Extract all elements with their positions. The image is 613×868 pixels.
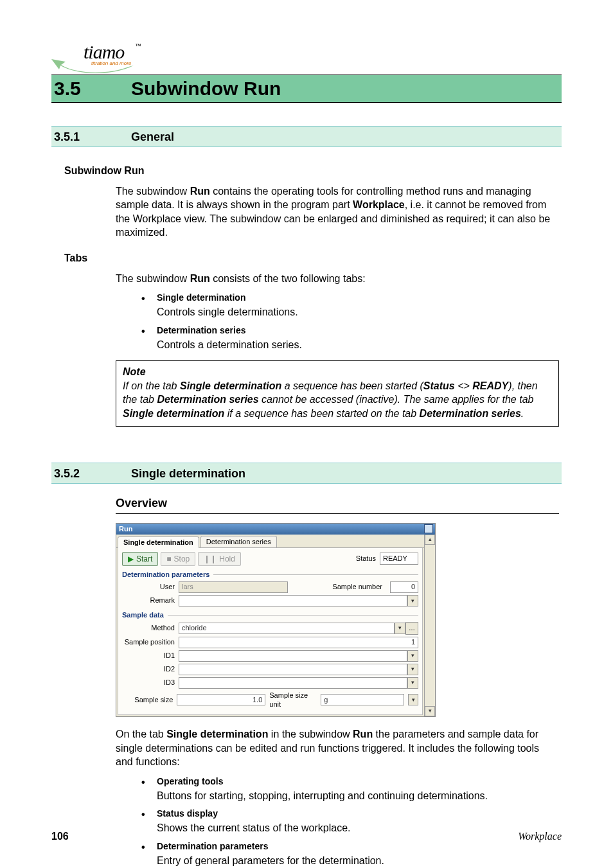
tab-single-determination[interactable]: Single determination — [118, 536, 199, 548]
dropdown-arrow-icon[interactable]: ▾ — [407, 650, 418, 662]
chapter-heading: 3.5 Subwindow Run — [51, 75, 562, 103]
overview-bullet-list: • Operating tools Buttons for starting, … — [141, 775, 559, 867]
section-heading-general: 3.5.1 General — [51, 126, 562, 147]
workplace-bold: Workplace — [353, 199, 405, 210]
pause-icon: ❙❙ — [204, 554, 217, 564]
window-titlebar: Run — [116, 524, 435, 535]
dropdown-arrow-icon[interactable]: ▾ — [395, 623, 405, 634]
run-bold: Run — [190, 273, 210, 284]
document-page: tiamo ™ titration and more 3.5 Subwindow… — [0, 0, 613, 868]
text: consists of the two following tabs: — [210, 273, 366, 284]
sample-size-unit-field[interactable]: g — [321, 694, 404, 705]
section-number: 3.5.2 — [51, 467, 131, 481]
sample-number-field[interactable]: 0 — [390, 581, 418, 593]
group-sample-data: Sample data — [122, 610, 418, 620]
dropdown-arrow-icon[interactable]: ▾ — [408, 694, 418, 705]
user-field: lars — [179, 581, 288, 593]
stop-button-label: Stop — [174, 554, 190, 564]
bullet-title: Determination series — [157, 324, 559, 337]
footer-workplace: Workplace — [518, 831, 562, 842]
sample-size-label: Sample size — [122, 695, 177, 705]
section-title: General — [131, 130, 174, 144]
heading-tabs: Tabs — [64, 251, 559, 265]
group-determination-parameters: Determination parameters — [122, 570, 418, 580]
bullet-item: • Operating tools Buttons for starting, … — [141, 775, 559, 802]
section-title: Single determination — [131, 467, 245, 481]
method-label: Method — [122, 623, 179, 633]
id3-label: ID3 — [122, 678, 179, 687]
logo-subtitle: titration and more — [91, 60, 131, 66]
tabs-bar: Single determination Determination serie… — [116, 535, 424, 548]
paragraph: The subwindow Run consists of the two fo… — [116, 272, 559, 286]
tabs-bullet-list: • Single determination Controls single d… — [141, 292, 559, 351]
brand-logo: tiamo ™ titration and more — [51, 39, 141, 71]
chapter-title: Subwindow Run — [131, 78, 281, 100]
bullet-desc: Controls a determination series. — [157, 338, 559, 352]
logo-text: tiamo — [84, 41, 124, 63]
sample-position-field[interactable]: 1 — [179, 637, 418, 648]
stop-icon: ■ — [166, 554, 171, 564]
chapter-number: 3.5 — [51, 78, 131, 100]
section1-content: Subwindow Run The subwindow Run contains… — [116, 164, 559, 427]
id3-field[interactable] — [179, 677, 407, 689]
scroll-down-icon[interactable]: ▾ — [425, 706, 435, 716]
bullet-mark: • — [141, 775, 157, 802]
bullet-title: Single determination — [157, 292, 559, 304]
paragraph: On the tab Single determination in the s… — [116, 727, 559, 769]
note-body: If on the tab Single determination a seq… — [123, 379, 552, 421]
run-bold: Run — [190, 186, 210, 197]
start-button-label: Start — [136, 554, 152, 564]
bullet-desc: Buttons for starting, stopping, interrup… — [157, 789, 559, 803]
id2-field[interactable] — [179, 664, 407, 675]
sample-size-unit-label: Sample size unit — [269, 691, 317, 710]
bullet-item: • Determination series Controls a determ… — [141, 324, 559, 351]
id1-field[interactable] — [179, 650, 407, 662]
id1-label: ID1 — [122, 651, 179, 660]
scroll-up-icon[interactable]: ▴ — [425, 535, 435, 545]
bullet-item: • Single determination Controls single d… — [141, 292, 559, 319]
id2-label: ID2 — [122, 664, 179, 674]
text: The subwindow — [116, 186, 190, 197]
bullet-mark: • — [141, 324, 157, 351]
run-window: Run Single determination Determination s… — [116, 523, 436, 717]
stop-button[interactable]: ■ Stop — [161, 552, 195, 566]
start-button[interactable]: ▶ Start — [122, 552, 158, 566]
browse-button[interactable]: … — [405, 622, 418, 635]
sample-size-field[interactable]: 1.0 — [177, 694, 265, 705]
bullet-item: • Determination parameters Entry of gene… — [141, 840, 559, 867]
dropdown-arrow-icon[interactable]: ▾ — [407, 595, 418, 607]
logo-trademark: ™ — [135, 42, 141, 49]
play-icon: ▶ — [128, 554, 134, 564]
dropdown-arrow-icon[interactable]: ▾ — [407, 677, 418, 689]
dropdown-arrow-icon[interactable]: ▾ — [407, 664, 418, 675]
tab-determination-series[interactable]: Determination series — [200, 536, 277, 547]
vertical-scrollbar[interactable]: ▴ ▾ — [425, 535, 435, 716]
section2-content: Overview Run Single determination Determ… — [116, 495, 559, 868]
window-control-icon[interactable] — [425, 525, 432, 533]
heading-overview: Overview — [116, 495, 559, 514]
bullet-desc: Controls single determinations. — [157, 305, 559, 319]
screenshot-run-window: Run Single determination Determination s… — [116, 523, 559, 717]
page-number: 106 — [51, 831, 69, 842]
text: The subwindow — [116, 273, 190, 284]
status-label: Status — [356, 554, 376, 563]
note-box: Note If on the tab Single determination … — [116, 360, 559, 426]
remark-label: Remark — [122, 596, 179, 605]
user-label: User — [122, 582, 179, 592]
page-footer: 106 Workplace — [51, 831, 562, 842]
status-value: READY — [380, 553, 418, 565]
bullet-mark: • — [141, 840, 157, 867]
heading-subwindow-run: Subwindow Run — [64, 164, 559, 178]
method-field[interactable]: chloride — [179, 623, 395, 634]
section-number: 3.5.1 — [51, 130, 131, 144]
section-heading-single-determination: 3.5.2 Single determination — [51, 463, 562, 484]
bullet-title: Status display — [157, 808, 559, 820]
remark-field[interactable] — [179, 595, 407, 607]
bullet-desc: Entry of general parameters for the dete… — [157, 854, 559, 868]
window-title-text: Run — [119, 524, 132, 534]
sample-position-label: Sample position — [122, 637, 179, 647]
hold-button[interactable]: ❙❙ Hold — [198, 552, 241, 566]
note-label: Note — [123, 365, 552, 379]
paragraph: The subwindow Run contains the operating… — [116, 184, 559, 240]
bullet-title: Operating tools — [157, 775, 559, 788]
